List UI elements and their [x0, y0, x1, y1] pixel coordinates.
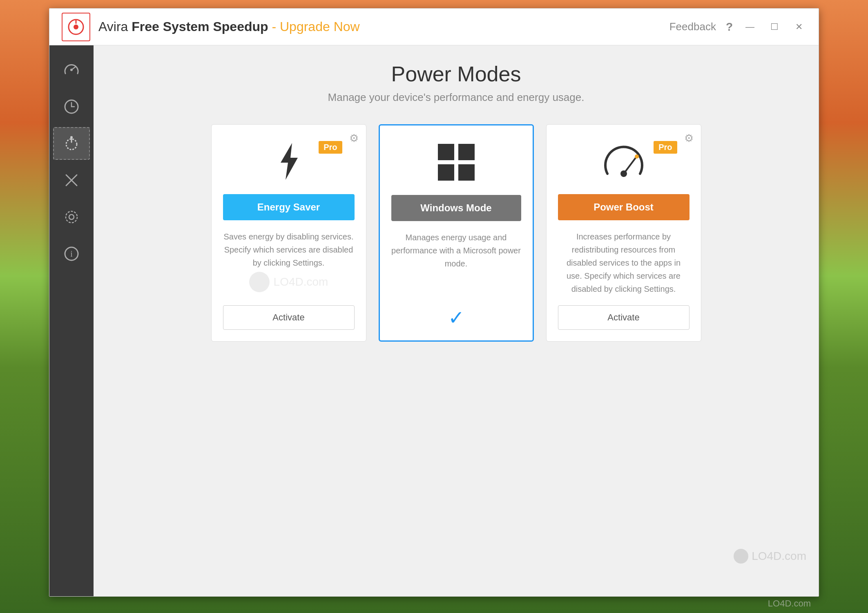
speedometer-large-icon	[603, 145, 644, 178]
svg-rect-18	[458, 144, 475, 160]
close-button[interactable]: ✕	[792, 20, 806, 34]
power-boost-icon-area: Pro	[558, 137, 689, 186]
clock-icon	[63, 98, 80, 115]
bottom-watermark: LO4D.com	[768, 598, 811, 609]
windows-mode-checkmark: ✓	[448, 306, 464, 329]
app-title: Avira Free System Speedup - Upgrade Now	[98, 19, 669, 34]
svg-point-21	[620, 170, 627, 177]
svg-point-10	[70, 136, 73, 139]
windows-mode-icon-area	[391, 138, 521, 187]
gear-icon	[63, 208, 80, 226]
svg-rect-20	[458, 164, 475, 181]
card-power-boost: ⚙ Pro Power Boost Increases performance …	[546, 124, 701, 342]
energy-saver-description: Saves energy by disabling services. Spec…	[223, 230, 355, 295]
sidebar-item-tools[interactable]	[53, 164, 90, 197]
power-boost-button[interactable]: Power Boost	[558, 194, 689, 220]
sidebar-item-power[interactable]	[53, 127, 90, 160]
minimize-button[interactable]: —	[743, 20, 757, 34]
energy-saver-pro-badge: Pro	[319, 141, 342, 154]
lightning-icon	[274, 143, 303, 180]
svg-point-14	[66, 211, 77, 223]
page-subtitle: Manage your device's performance and ene…	[114, 91, 798, 104]
main-window: Avira Free System Speedup - Upgrade Now …	[49, 8, 819, 597]
power-mode-cards: ⚙ Pro Energy Saver Saves energy by disab…	[114, 124, 798, 342]
svg-point-4	[70, 69, 73, 71]
main-content: Power Modes Manage your device's perform…	[94, 45, 819, 596]
power-boost-activate-button[interactable]: Activate	[558, 305, 689, 330]
sidebar-item-settings[interactable]	[53, 201, 90, 233]
page-title: Power Modes	[114, 62, 798, 86]
power-mode-icon	[63, 135, 80, 152]
power-boost-description: Increases performance by redistributing …	[558, 230, 689, 295]
help-button[interactable]: ?	[726, 20, 733, 34]
svg-point-1	[74, 25, 78, 29]
windows-mode-description: Manages energy usage and performance wit…	[391, 231, 521, 292]
page-watermark: LO4D.com	[734, 549, 806, 564]
svg-text:i: i	[70, 249, 73, 258]
svg-point-22	[635, 154, 639, 159]
power-boost-pro-badge: Pro	[654, 141, 677, 154]
card-windows-mode: Windows Mode Manages energy usage and pe…	[379, 124, 534, 342]
sidebar-item-info[interactable]: i	[53, 237, 90, 270]
speedometer-icon	[63, 61, 80, 78]
window-body: i Power Modes Manage your device's perfo…	[49, 45, 819, 596]
energy-saver-icon-area: Pro	[223, 137, 355, 186]
titlebar: Avira Free System Speedup - Upgrade Now …	[49, 9, 819, 45]
sidebar: i	[49, 45, 94, 596]
svg-rect-19	[438, 164, 454, 181]
energy-saver-button[interactable]: Energy Saver	[223, 194, 355, 220]
info-icon: i	[63, 245, 80, 262]
window-controls: Feedback ? — ☐ ✕	[669, 20, 806, 34]
svg-point-13	[69, 215, 74, 219]
app-logo	[62, 13, 90, 41]
sidebar-item-speed[interactable]	[53, 54, 90, 86]
watermark-logo	[734, 549, 748, 564]
card-energy-saver: ⚙ Pro Energy Saver Saves energy by disab…	[211, 124, 366, 342]
sidebar-item-schedule[interactable]	[53, 90, 90, 123]
watermark-label: LO4D.com	[752, 550, 806, 563]
windows-mode-button[interactable]: Windows Mode	[391, 195, 521, 221]
energy-saver-activate-button[interactable]: Activate	[223, 305, 355, 330]
windows-icon	[438, 144, 475, 181]
feedback-button[interactable]: Feedback	[669, 20, 716, 33]
maximize-button[interactable]: ☐	[767, 20, 782, 34]
tools-icon	[63, 172, 80, 189]
svg-rect-17	[438, 144, 454, 160]
